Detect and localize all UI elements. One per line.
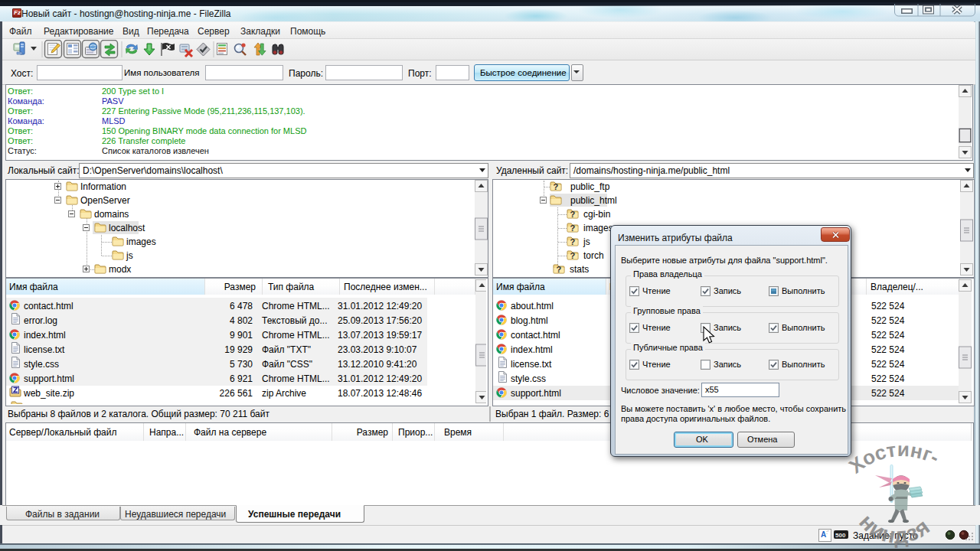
svg-text:Хостинг-: Хостинг- (844, 440, 943, 478)
